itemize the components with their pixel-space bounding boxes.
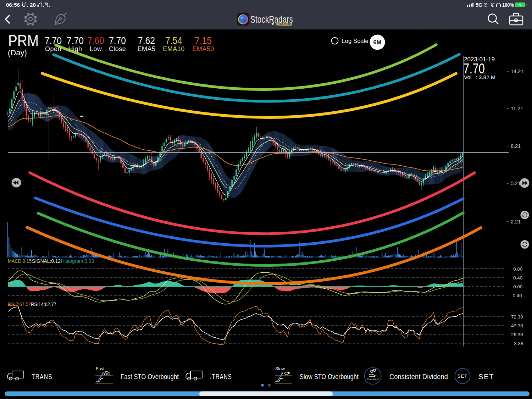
svg-text:8.21: 8.21 [511, 143, 521, 149]
svg-text:06:56: 06:56 [6, 2, 20, 8]
svg-text:0.80: 0.80 [513, 266, 522, 272]
svg-text:0.40: 0.40 [513, 275, 522, 281]
svg-text:TRANS: TRANS [32, 373, 52, 381]
svg-text:-0.40: -0.40 [511, 293, 522, 298]
svg-text:EMA5: EMA5 [137, 45, 155, 52]
svg-text:MACD:0.15: MACD:0.15 [8, 258, 32, 264]
svg-text:RSI14:62.77: RSI14:62.77 [31, 301, 56, 307]
svg-text:72.38: 72.38 [511, 314, 523, 320]
svg-text:5.21: 5.21 [511, 181, 521, 186]
svg-text:Slow STO Overbought: Slow STO Overbought [300, 373, 359, 381]
svg-text:Open: Open [45, 45, 61, 52]
svg-text:PREMIUM: PREMIUM [276, 22, 292, 27]
svg-text:Fast: Fast [96, 366, 105, 371]
svg-text:Histogram:0.03: Histogram:0.03 [61, 258, 94, 264]
svg-text:14.21: 14.21 [511, 68, 523, 74]
svg-text:.TRANS: .TRANS [210, 373, 232, 381]
svg-text:49.38: 49.38 [511, 323, 523, 328]
svg-text:Low: Low [90, 45, 102, 52]
svg-text:PRM: PRM [8, 32, 39, 49]
svg-text:7.60: 7.60 [87, 35, 104, 46]
svg-text:3.38: 3.38 [514, 341, 523, 346]
svg-text:.: . [49, 2, 50, 8]
svg-text:.: . [27, 2, 28, 8]
svg-text:RSI7:67.52: RSI7:67.52 [8, 301, 31, 307]
svg-text:100%: 100% [502, 2, 514, 8]
svg-text:7.54: 7.54 [165, 35, 182, 46]
svg-text:SET: SET [478, 373, 494, 381]
svg-text:SIGNAL:0.12: SIGNAL:0.12 [32, 258, 61, 264]
svg-text:11.21: 11.21 [511, 106, 523, 111]
svg-text:Vol: Vol [464, 74, 472, 80]
svg-text:Slow: Slow [275, 366, 285, 371]
svg-text:7.70: 7.70 [45, 35, 62, 46]
svg-text:Consistent: Consistent [367, 378, 378, 381]
svg-text:6M: 6M [373, 39, 382, 45]
svg-text:.: . [43, 2, 44, 8]
svg-text:EMA10: EMA10 [163, 45, 185, 52]
svg-text:7.62: 7.62 [138, 35, 155, 46]
svg-text:26.38: 26.38 [511, 332, 523, 337]
svg-text:20: 20 [30, 2, 36, 8]
svg-text:7.70: 7.70 [109, 35, 126, 46]
svg-text:5G: 5G [476, 2, 482, 8]
svg-text:2.21: 2.21 [511, 219, 521, 225]
svg-text:0.00: 0.00 [513, 284, 522, 289]
svg-text:Log Scale: Log Scale [342, 38, 368, 44]
svg-text:: 3.82 M: : 3.82 M [476, 74, 495, 80]
svg-text:Consistent Dividend: Consistent Dividend [389, 373, 448, 381]
svg-text:Fast STO Overbought: Fast STO Overbought [121, 373, 179, 381]
svg-text:EMA50: EMA50 [192, 45, 214, 52]
svg-text:Close: Close [109, 45, 126, 52]
svg-text:SET: SET [458, 373, 467, 379]
svg-text:High: High [68, 45, 82, 52]
svg-text:7.70: 7.70 [67, 35, 84, 46]
svg-text:7.15: 7.15 [195, 35, 212, 46]
svg-text:(Day): (Day) [8, 48, 27, 57]
